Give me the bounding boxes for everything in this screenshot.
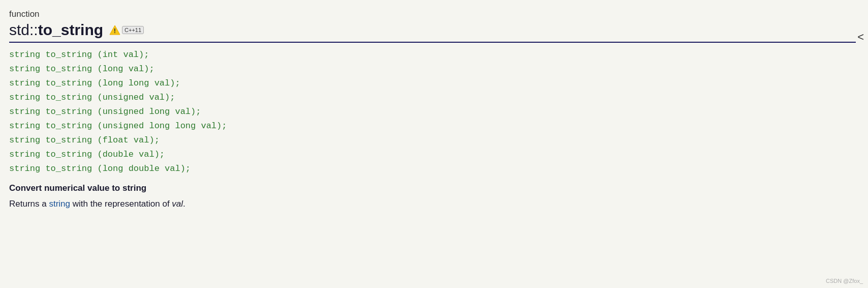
function-label: function — [9, 9, 856, 19]
description-before: Returns a — [9, 199, 49, 209]
function-title: std::to_string — [9, 21, 103, 39]
svg-text:!: ! — [114, 27, 116, 35]
code-line-6: string to_string (unsigned long long val… — [9, 119, 856, 133]
page-container: function std::to_string ! C++11 string t… — [0, 0, 868, 288]
code-line-4: string to_string (unsigned val); — [9, 91, 856, 105]
description-italic: val — [172, 199, 183, 209]
namespace: std:: — [9, 21, 38, 38]
description-link[interactable]: string — [49, 199, 70, 209]
description-title: Convert numerical value to string — [9, 183, 856, 193]
description-middle: with the representation of — [70, 199, 172, 209]
function-name: to_string — [38, 21, 103, 38]
code-line-7: string to_string (float val); — [9, 133, 856, 148]
description-end: . — [183, 199, 185, 209]
cpp-badge: C++11 — [122, 26, 144, 34]
collapse-button[interactable]: < — [857, 31, 864, 44]
code-line-9: string to_string (long double val); — [9, 162, 856, 176]
code-line-2: string to_string (long val); — [9, 62, 856, 76]
header-divider — [9, 42, 856, 43]
code-line-8: string to_string (double val); — [9, 148, 856, 162]
warning-icon: ! — [109, 25, 120, 35]
watermark: CSDN @Zfox_ — [826, 278, 863, 284]
code-line-3: string to_string (long long val); — [9, 76, 856, 91]
code-line-1: string to_string (int val); — [9, 48, 856, 62]
header-row: std::to_string ! C++11 — [9, 21, 856, 39]
description-text: Returns a string with the representation… — [9, 197, 856, 211]
warning-badge: ! C++11 — [109, 25, 144, 35]
code-block: string to_string (int val); string to_st… — [9, 48, 856, 176]
code-line-5: string to_string (unsigned long val); — [9, 105, 856, 119]
